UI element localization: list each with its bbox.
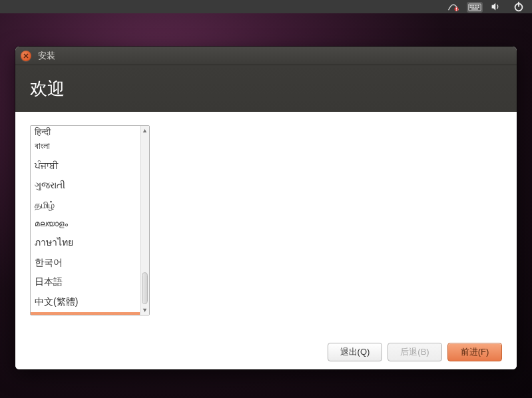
list-item-selected[interactable]: 中文(简体) — [31, 312, 140, 315]
page-heading-bar: 欢迎 — [15, 65, 517, 112]
content-area: हिन्दी বাংলা ਪੰਜਾਬੀ ગુજરાતી தமிழ் മലയാളം… — [15, 112, 517, 369]
svg-rect-2 — [456, 10, 457, 11]
forward-button[interactable]: 前进(F) — [447, 343, 502, 361]
list-item[interactable]: हिन्दी — [31, 126, 140, 136]
close-button[interactable] — [21, 51, 31, 61]
page-heading: 欢迎 — [30, 77, 65, 100]
list-item[interactable]: 한국어 — [31, 253, 140, 273]
footer-buttons: 退出(Q) 后退(B) 前进(F) — [30, 335, 502, 361]
svg-rect-11 — [471, 7, 473, 8]
svg-rect-12 — [473, 7, 475, 8]
window-title: 安装 — [38, 50, 55, 62]
keyboard-icon[interactable] — [467, 2, 483, 13]
svg-rect-7 — [475, 5, 476, 7]
svg-rect-8 — [477, 5, 478, 7]
svg-rect-16 — [471, 9, 478, 10]
scroll-down-icon[interactable]: ▼ — [140, 305, 149, 315]
svg-rect-6 — [473, 5, 475, 7]
svg-rect-10 — [470, 7, 471, 8]
list-item[interactable]: മലയാളം — [31, 215, 140, 233]
svg-rect-4 — [470, 5, 471, 7]
quit-button[interactable]: 退出(Q) — [328, 343, 382, 361]
list-item[interactable]: 日本語 — [31, 272, 140, 292]
svg-rect-9 — [478, 5, 479, 7]
svg-rect-18 — [518, 2, 519, 7]
list-item[interactable]: தமிழ் — [31, 196, 140, 216]
back-button: 后退(B) — [388, 343, 442, 361]
language-list[interactable]: हिन्दी বাংলা ਪੰਜਾਬੀ ગુજરાતી தமிழ் മലയാളം… — [31, 126, 140, 315]
language-list-container: हिन्दी বাংলা ਪੰਜਾਬੀ ગુજરાતી தமிழ் മലയാളം… — [30, 125, 150, 315]
svg-rect-1 — [456, 8, 457, 10]
list-item[interactable]: ภาษาไทย — [31, 233, 140, 253]
list-item[interactable]: ਪੰਜਾਬੀ — [31, 156, 140, 176]
top-panel — [0, 0, 532, 13]
list-item[interactable]: ગુજરાતી — [31, 176, 140, 196]
scrollbar[interactable]: ▲ ▼ — [140, 126, 149, 315]
scroll-thumb[interactable] — [142, 272, 148, 304]
svg-rect-14 — [477, 7, 478, 8]
sound-icon[interactable] — [487, 0, 505, 13]
list-item[interactable]: 中文(繁體) — [31, 292, 140, 312]
svg-rect-15 — [478, 7, 479, 8]
svg-rect-5 — [471, 5, 473, 7]
installer-window: 安装 欢迎 हिन्दी বাংলা ਪੰਜਾਬੀ ગુજરાતી தமிழ் … — [15, 47, 517, 369]
svg-rect-13 — [475, 7, 476, 8]
scroll-up-icon[interactable]: ▲ — [140, 126, 149, 135]
list-item[interactable]: বাংলা — [31, 136, 140, 156]
power-icon[interactable] — [509, 0, 528, 13]
titlebar[interactable]: 安装 — [15, 47, 517, 65]
network-icon[interactable] — [444, 0, 463, 13]
